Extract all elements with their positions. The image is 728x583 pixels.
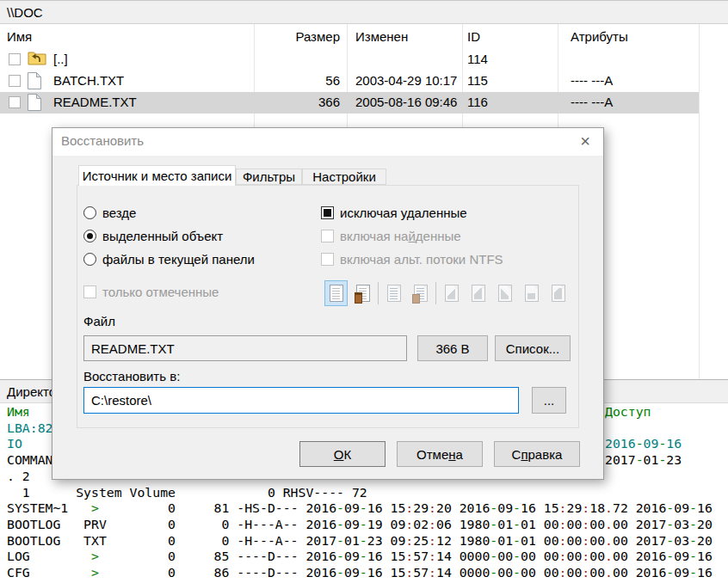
- delete-marked-icon[interactable]: [409, 280, 432, 306]
- exclude-deleted-checkbox[interactable]: исключая удаленные: [321, 205, 467, 220]
- app-window: \\DOC Имя Размер Изменен ID Атрибуты: [0, 0, 728, 583]
- page-glyph: [552, 285, 565, 302]
- page-glyph: [387, 285, 401, 302]
- browse-button[interactable]: ...: [532, 387, 566, 414]
- checkbox-box[interactable]: [321, 230, 334, 242]
- close-icon[interactable]: ×: [572, 130, 598, 152]
- radio-dot[interactable]: [83, 206, 96, 219]
- page-glyph: [472, 285, 485, 302]
- restore-path-input[interactable]: C:\restore\: [83, 387, 519, 414]
- file-modified: 2005-08-16 09:46: [355, 95, 457, 109]
- current-path: \\DOC: [7, 5, 43, 20]
- row-checkbox[interactable]: [9, 53, 21, 65]
- recover-marked-icon[interactable]: [382, 280, 405, 306]
- column-header-name[interactable]: Имя: [7, 29, 32, 44]
- radio-files-in-panel[interactable]: файлы в текущей панели: [83, 251, 255, 267]
- only-marked-checkbox[interactable]: только отмеченные: [83, 284, 219, 299]
- checkbox-label: включая альт. потоки NTFS: [340, 252, 503, 267]
- page-glyph: [356, 285, 370, 302]
- checkbox-box[interactable]: [83, 285, 96, 298]
- console-row[interactable]: SYSTEM~1 > 0 81 -HS-D--- 2016-09-16 15:2…: [7, 500, 725, 517]
- page-glyph: [414, 285, 428, 302]
- checkbox-box[interactable]: [321, 253, 334, 266]
- radio-label: везде: [102, 206, 136, 220]
- file-name-field[interactable]: README.TXT: [83, 335, 407, 361]
- file-variant-2-icon[interactable]: [466, 280, 490, 306]
- recover-file-icon[interactable]: [324, 280, 348, 306]
- dialog-titlebar: Восстановить ×: [52, 128, 603, 156]
- file-id: 115: [467, 73, 488, 88]
- column-header-attributes[interactable]: Атрибуты: [571, 29, 628, 44]
- row-checkbox[interactable]: [9, 75, 21, 87]
- console-row[interactable]: LOG > 0 85 ----D--- 2016-09-16 15:57:14 …: [7, 549, 725, 565]
- column-header-modified[interactable]: Изменен: [355, 29, 408, 44]
- radio-everywhere[interactable]: везде: [83, 205, 136, 220]
- toolbar-separator: [378, 282, 379, 304]
- file-rows: [..] 114: [0, 49, 728, 114]
- radio-label: файлы в текущей панели: [102, 252, 255, 267]
- folder-up-icon: [28, 51, 46, 65]
- table-row[interactable]: BATCH.TXT 56 2003-04-29 10:17 115 ---- -…: [0, 71, 728, 92]
- file-attributes: ---- ---A: [571, 73, 613, 88]
- restore-dialog: Восстановить × Источник и место записи Ф…: [52, 127, 604, 480]
- path-bar: \\DOC: [0, 0, 728, 24]
- recover-deleted-file-icon[interactable]: [351, 280, 374, 306]
- file-list-button[interactable]: Список...: [495, 335, 571, 361]
- file-section-label: Файл: [83, 314, 115, 328]
- file-variant-3-icon[interactable]: [493, 280, 516, 306]
- console-row[interactable]: BOOTLOG TXT 0 0 -H---A-- 2017-01-23 09:2…: [7, 533, 725, 549]
- toolbar-separator: [435, 282, 436, 304]
- dialog-title: Восстановить: [61, 133, 144, 148]
- page-glyph: [525, 285, 539, 302]
- file-modified: 2003-04-29 10:17: [355, 73, 457, 88]
- tab-filters[interactable]: Фильтры: [236, 169, 302, 185]
- file-name: [..]: [53, 52, 68, 66]
- checkbox-label: только отмеченные: [102, 285, 219, 299]
- table-row[interactable]: [..] 114: [0, 49, 728, 71]
- column-header-row: Имя Размер Изменен ID Атрибуты: [0, 24, 728, 49]
- file-size: 366: [254, 95, 340, 109]
- include-ntfs-streams-checkbox[interactable]: включая альт. потоки NTFS: [321, 251, 503, 267]
- file-variant-5-icon[interactable]: [546, 280, 570, 306]
- column-header-size[interactable]: Размер: [254, 29, 340, 44]
- column-header-id[interactable]: ID: [467, 29, 480, 44]
- tab-source-and-destination[interactable]: Источник и место записи: [78, 165, 236, 186]
- ok-button[interactable]: ОК: [299, 441, 386, 467]
- checkbox-box[interactable]: [321, 206, 334, 219]
- console-row[interactable]: BOOTLOG PRV 0 0 -H---A-- 2016-09-19 09:0…: [7, 517, 725, 533]
- file-variant-1-icon[interactable]: [440, 280, 463, 306]
- checkbox-label: включая найденные: [340, 229, 461, 243]
- document-icon: [28, 72, 41, 89]
- radio-selected-object[interactable]: выделенный объект: [83, 228, 223, 243]
- page-glyph: [330, 285, 343, 302]
- console-row[interactable]: 1 System Volume 0 RHSV---- 72: [7, 485, 725, 501]
- console-row[interactable]: CFG > 0 86 ----D--- 2016-09-16 15:57:14 …: [7, 565, 725, 581]
- file-id: 114: [467, 52, 488, 66]
- file-variant-4-icon[interactable]: [520, 280, 543, 306]
- radio-dot[interactable]: [83, 230, 96, 242]
- file-attributes: ---- ---A: [571, 95, 613, 109]
- page-glyph: [445, 285, 459, 302]
- console-row-right-fragment: 2016-09-16: [605, 436, 682, 451]
- recover-mode-toolbar: [324, 279, 570, 307]
- tab-settings[interactable]: Настройки: [302, 169, 386, 185]
- file-id: 116: [467, 95, 488, 109]
- file-name: BATCH.TXT: [53, 73, 124, 88]
- page-glyph: [498, 285, 512, 302]
- file-name: README.TXT: [53, 95, 137, 109]
- console-row-right-fragment: 2017-01-23: [605, 452, 682, 467]
- help-button[interactable]: Справка: [494, 441, 580, 467]
- radio-dot[interactable]: [83, 253, 96, 266]
- restore-to-label: Восстановить в:: [83, 369, 180, 384]
- checkbox-label: исключая удаленные: [340, 206, 467, 220]
- radio-label: выделенный объект: [102, 229, 223, 243]
- table-row[interactable]: README.TXT 366 2005-08-16 09:46 116 ----…: [0, 92, 699, 114]
- cancel-button[interactable]: Отмена: [397, 441, 483, 467]
- file-size-button[interactable]: 366 B: [417, 335, 488, 361]
- document-icon: [28, 94, 41, 111]
- file-size: 56: [254, 73, 340, 88]
- console-row-right-fragment: Доступ: [605, 404, 651, 419]
- include-found-checkbox[interactable]: включая найденные: [321, 228, 461, 243]
- row-checkbox[interactable]: [9, 96, 21, 108]
